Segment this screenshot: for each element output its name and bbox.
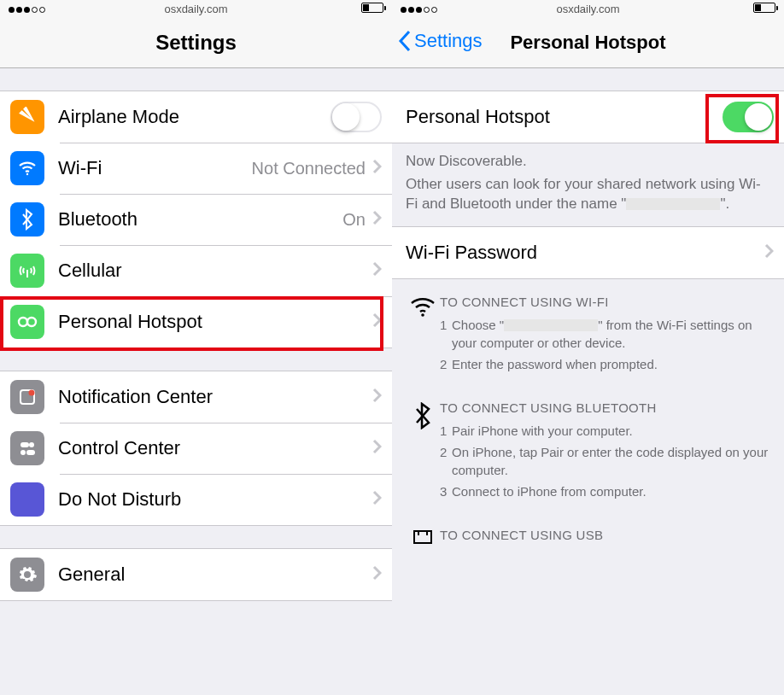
nav-bar: Settings [0, 17, 392, 68]
status-bar: osxdaily.com [392, 0, 784, 17]
back-label: Settings [414, 30, 483, 52]
row-wifi[interactable]: Wi-Fi Not Connected [0, 143, 392, 194]
row-label: Control Center [58, 437, 180, 459]
bluetooth-icon [406, 399, 440, 504]
row-cellular[interactable]: Cellular [0, 245, 392, 296]
settings-group-network: Airplane Mode Wi-Fi Not Connected Blueto… [0, 91, 392, 348]
hotspot-icon [10, 305, 44, 339]
status-site: osxdaily.com [164, 3, 227, 15]
svg-point-8 [20, 450, 26, 455]
row-label: Bluetooth [58, 208, 137, 231]
redacted-name [626, 198, 720, 210]
svg-point-7 [29, 442, 34, 447]
nav-bar: Settings Personal Hotspot [392, 17, 784, 68]
control-center-icon [10, 431, 44, 465]
signal-dots-icon [9, 3, 47, 15]
wifi-icon [10, 151, 44, 185]
row-label: Personal Hotspot [58, 311, 202, 333]
notification-center-icon [10, 380, 44, 414]
hotspot-toggle[interactable] [723, 102, 774, 132]
redacted-name [504, 319, 598, 331]
battery-icon [361, 3, 383, 13]
gear-icon [10, 558, 44, 592]
chevron-right-icon [372, 261, 382, 280]
svg-rect-6 [20, 442, 29, 447]
row-label: Wi-Fi [58, 157, 102, 179]
airplane-toggle[interactable] [331, 102, 382, 132]
cellular-icon [10, 254, 44, 288]
status-bar: osxdaily.com [0, 0, 392, 17]
row-personal-hotspot[interactable]: Personal Hotspot [0, 296, 392, 348]
instruction-title: TO CONNECT USING USB [440, 526, 603, 544]
usb-icon [406, 526, 440, 549]
row-control-center[interactable]: Control Center [0, 423, 392, 474]
row-notification-center[interactable]: Notification Center [0, 371, 392, 423]
page-title: Personal Hotspot [510, 32, 665, 54]
row-label: Personal Hotspot [406, 106, 550, 128]
row-bluetooth[interactable]: Bluetooth On [0, 194, 392, 245]
chevron-right-icon [372, 565, 382, 584]
airplane-icon [10, 100, 44, 134]
chevron-right-icon [372, 388, 382, 406]
chevron-right-icon [372, 210, 382, 229]
help-line-2: Other users can look for your shared net… [406, 175, 770, 214]
settings-group-general: General [0, 548, 392, 601]
wifi-password-group: Wi-Fi Password [392, 226, 784, 279]
row-label: Cellular [58, 260, 122, 282]
instruction-title: TO CONNECT USING BLUETOOTH [440, 399, 770, 417]
hotspot-toggle-group: Personal Hotspot [392, 91, 784, 143]
settings-group-centers: Notification Center Control Center Do No… [0, 371, 392, 526]
phone-hotspot: osxdaily.com Settings Personal Hotspot P… [392, 0, 784, 695]
svg-rect-11 [414, 531, 431, 543]
battery-icon [753, 3, 775, 13]
row-do-not-disturb[interactable]: Do Not Disturb [0, 474, 392, 525]
chevron-right-icon [372, 312, 382, 331]
help-line-1: Now Discoverable. [406, 152, 770, 172]
svg-point-5 [29, 390, 35, 396]
row-label: Do Not Disturb [58, 488, 181, 511]
bluetooth-icon [10, 202, 44, 237]
instruction-title: TO CONNECT USING WI-FI [440, 293, 770, 311]
svg-point-0 [26, 173, 28, 175]
instructions-wifi: TO CONNECT USING WI-FI 1Choose "" from t… [392, 279, 784, 385]
discoverable-help: Now Discoverable. Other users can look f… [392, 143, 784, 226]
back-button[interactable]: Settings [397, 29, 483, 53]
chevron-right-icon [372, 159, 382, 178]
page-title: Settings [155, 31, 237, 55]
row-label: Wi-Fi Password [406, 242, 537, 264]
row-detail: Not Connected [252, 159, 366, 178]
instructions-bluetooth: TO CONNECT USING BLUETOOTH 1Pair iPhone … [392, 385, 784, 512]
instructions-usb: TO CONNECT USING USB [392, 512, 784, 549]
row-label: Airplane Mode [58, 106, 179, 128]
row-hotspot-toggle[interactable]: Personal Hotspot [392, 91, 784, 143]
svg-point-3 [27, 318, 36, 326]
svg-rect-9 [26, 450, 35, 455]
row-label: General [58, 564, 125, 586]
phone-settings: osxdaily.com Settings Airplane Mode Wi-F… [0, 0, 392, 695]
row-airplane-mode[interactable]: Airplane Mode [0, 91, 392, 143]
chevron-right-icon [372, 439, 382, 458]
moon-icon [10, 482, 44, 517]
row-general[interactable]: General [0, 549, 392, 600]
svg-point-2 [19, 318, 27, 326]
signal-dots-icon [401, 3, 439, 15]
row-wifi-password[interactable]: Wi-Fi Password [392, 227, 784, 278]
status-site: osxdaily.com [556, 3, 619, 15]
svg-point-10 [421, 313, 424, 317]
chevron-right-icon [372, 490, 382, 509]
svg-rect-1 [26, 270, 28, 277]
row-label: Notification Center [58, 386, 213, 408]
chevron-right-icon [764, 243, 774, 262]
row-detail: On [342, 210, 366, 230]
wifi-icon [406, 293, 440, 377]
